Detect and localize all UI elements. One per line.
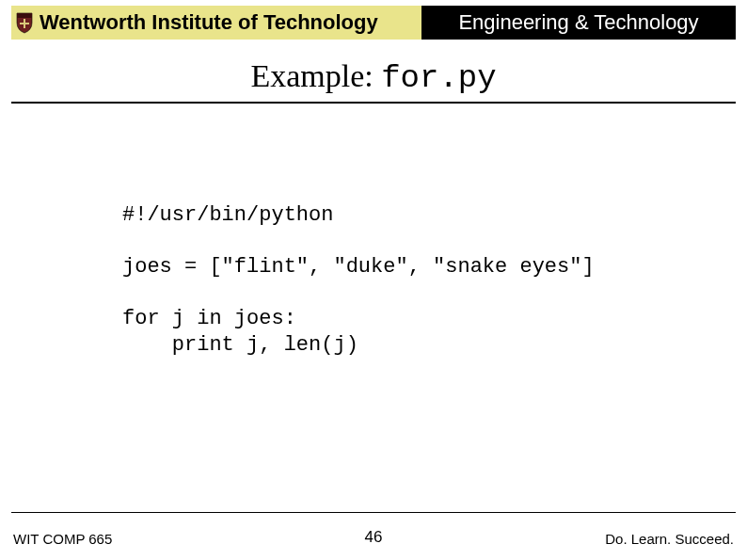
header-right: Engineering & Technology (421, 6, 736, 40)
footer-motto: Do. Learn. Succeed. (605, 531, 734, 547)
title-rule (11, 102, 736, 104)
footer: WIT COMP 665 46 Do. Learn. Succeed. (11, 524, 736, 547)
header-left: Wentworth Institute of Technology (11, 6, 421, 40)
title-prefix: Example: (250, 58, 381, 93)
header-bar: Wentworth Institute of Technology Engine… (11, 6, 736, 40)
slide-title: Example: for.py (11, 58, 736, 96)
code-block: #!/usr/bin/python joes = ["flint", "duke… (122, 202, 595, 358)
footer-rule (11, 512, 736, 513)
shield-icon (15, 11, 34, 34)
svg-rect-1 (20, 23, 29, 24)
institution-name: Wentworth Institute of Technology (40, 10, 378, 35)
department-name: Engineering & Technology (458, 10, 698, 35)
title-code: for.py (381, 60, 496, 96)
title-area: Example: for.py (11, 58, 736, 111)
